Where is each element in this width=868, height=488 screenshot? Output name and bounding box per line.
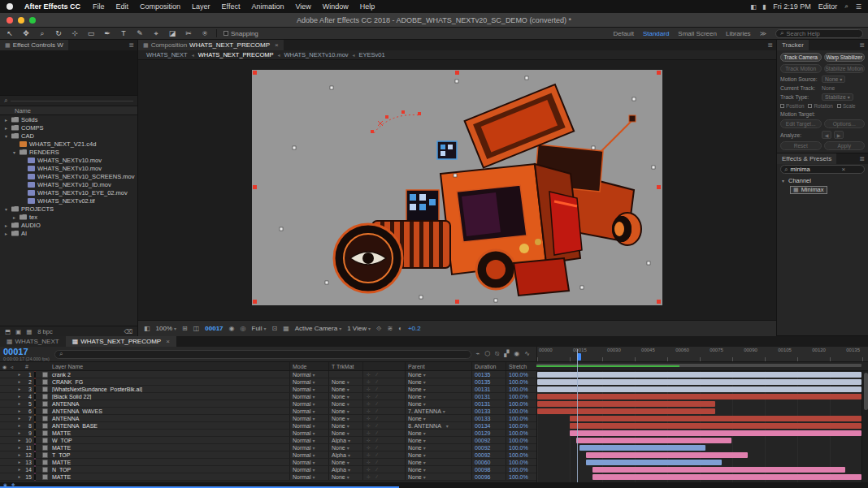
parent-column-label[interactable]: Parent bbox=[405, 362, 471, 370]
twirl-closed-icon[interactable]: ▸ bbox=[16, 379, 23, 384]
track-motion-button[interactable]: Track Motion bbox=[780, 64, 822, 73]
layer-duration-bar[interactable] bbox=[537, 408, 715, 414]
menu-item-view[interactable]: View bbox=[289, 2, 316, 11]
menu-item-help[interactable]: Help bbox=[354, 2, 381, 11]
trkmat-select[interactable]: Alpha▾ bbox=[328, 466, 362, 473]
menu-item-composition[interactable]: Composition bbox=[134, 2, 186, 11]
checkbox-position[interactable]: Position bbox=[780, 103, 804, 109]
track-camera-button[interactable]: Track Camera bbox=[780, 53, 822, 62]
project-item-solids[interactable]: ▸Solids bbox=[0, 115, 137, 123]
bit-depth-indicator[interactable]: 8 bpc bbox=[37, 328, 52, 335]
layer-switches[interactable]: ⊹ ∕ bbox=[362, 444, 405, 451]
parent-select[interactable]: None▾ bbox=[405, 430, 471, 436]
video-toggle[interactable] bbox=[0, 445, 8, 451]
layer-color-swatch[interactable] bbox=[34, 467, 42, 473]
parent-select[interactable]: None▾ bbox=[405, 378, 471, 385]
timeline-search-input[interactable] bbox=[65, 352, 466, 357]
layer-name[interactable]: crank 2 bbox=[50, 372, 289, 378]
video-toggle[interactable] bbox=[0, 408, 8, 414]
twirl-closed-icon[interactable]: ▸ bbox=[16, 401, 23, 406]
twirl-closed-icon[interactable]: ▸ bbox=[3, 222, 9, 228]
orbit-camera-tool[interactable]: ↻ bbox=[54, 29, 63, 38]
effects-item-minimax[interactable]: ▦ Minimax bbox=[780, 185, 865, 194]
mode-column-label[interactable]: Mode bbox=[289, 362, 328, 370]
work-area-bar[interactable] bbox=[536, 364, 861, 367]
region-of-interest-icon[interactable]: ⊡ bbox=[271, 325, 277, 332]
blend-mode-select[interactable]: Normal▾ bbox=[289, 408, 328, 414]
layer-duration-bar[interactable] bbox=[579, 445, 706, 451]
brush-tool[interactable]: ✎ bbox=[135, 29, 145, 38]
timeline-search-box[interactable]: ⌕ bbox=[54, 350, 471, 359]
tab-tracker[interactable]: Tracker bbox=[777, 40, 809, 50]
layer-color-swatch[interactable] bbox=[34, 379, 42, 385]
layer-row-10[interactable]: ▸10W_TOPNormal▾Alpha▾⊹ ∕None▾00092100.0% bbox=[0, 437, 536, 444]
parent-select[interactable]: None▾ bbox=[405, 444, 471, 451]
mask-visibility-icon[interactable]: ◫ bbox=[193, 325, 200, 332]
time-ruler[interactable]: 0000000015000300004500060000750009000105… bbox=[536, 347, 868, 361]
panel-menu-icon[interactable]: ≣ bbox=[856, 40, 868, 50]
layer-color-swatch[interactable] bbox=[34, 438, 42, 443]
effects-category-channel[interactable]: ▾ Channel bbox=[780, 176, 865, 185]
project-item-audio[interactable]: ▸AUDIO bbox=[0, 221, 137, 229]
twirl-closed-icon[interactable]: ▸ bbox=[16, 445, 23, 450]
trkmat-select[interactable] bbox=[328, 371, 362, 378]
new-composition-icon[interactable]: ▦ bbox=[26, 328, 32, 335]
minimize-window-button[interactable] bbox=[18, 17, 24, 24]
blend-mode-select[interactable]: Normal▾ bbox=[289, 371, 328, 378]
workspace-default[interactable]: Default bbox=[614, 30, 634, 37]
layer-name[interactable]: ANTENNA bbox=[50, 401, 289, 407]
layer-duration-bar[interactable] bbox=[537, 379, 861, 385]
twirl-closed-icon[interactable]: ▸ bbox=[3, 125, 9, 131]
twirl-closed-icon[interactable]: ▸ bbox=[16, 430, 23, 435]
layer-name[interactable]: N_TOP bbox=[50, 467, 289, 473]
trkmat-select[interactable]: None▾ bbox=[328, 378, 362, 385]
blend-mode-select[interactable]: Normal▾ bbox=[289, 466, 328, 473]
layer-name-column-label[interactable]: Layer Name bbox=[50, 364, 289, 369]
parent-select[interactable]: None▾ bbox=[405, 459, 471, 465]
layer-name[interactable]: ANTENNA bbox=[50, 416, 289, 421]
twirl-closed-icon[interactable]: ▸ bbox=[16, 387, 23, 391]
menubar-user[interactable]: Editor bbox=[818, 2, 838, 11]
twirl-open-icon[interactable]: ▾ bbox=[780, 178, 786, 184]
layer-row-12[interactable]: ▸12T_TOPNormal▾Alpha▾⊹ ∕None▾00092100.0% bbox=[0, 451, 536, 459]
blend-mode-select[interactable]: Normal▾ bbox=[289, 386, 328, 392]
breadcrumb-whats-next-precomp[interactable]: WHATS_NEXT_PRECOMP bbox=[198, 51, 274, 58]
video-toggle[interactable] bbox=[0, 452, 8, 458]
project-item-whats-nextv10-id-mov[interactable]: WHATS_NEXTv10_ID.mov bbox=[0, 180, 137, 188]
help-search-box[interactable]: ⌕ bbox=[775, 29, 863, 38]
video-toggle[interactable] bbox=[0, 379, 8, 385]
battery-icon[interactable]: ▮ bbox=[762, 3, 766, 11]
layer-color-swatch[interactable] bbox=[34, 416, 42, 421]
layer-name[interactable]: [Black Solid 22] bbox=[50, 394, 289, 399]
parent-select[interactable]: None▾ bbox=[405, 400, 471, 407]
video-toggle[interactable] bbox=[0, 401, 8, 407]
help-search-input[interactable] bbox=[786, 30, 851, 37]
layer-switches[interactable]: ⊹ ∕ bbox=[362, 473, 405, 480]
timeline-tab-whats-next[interactable]: ▦WHATS_NEXT bbox=[0, 336, 66, 347]
project-item-whats-nextv10-eye-02-mov[interactable]: WHATS_NEXTv10_EYE_02.mov bbox=[0, 188, 137, 196]
project-item-projects[interactable]: ▾PROJECTS bbox=[0, 205, 137, 213]
camera-select[interactable]: Active Camera▾ bbox=[295, 325, 341, 332]
twirl-closed-icon[interactable]: ▸ bbox=[11, 214, 17, 220]
composition-frame[interactable] bbox=[252, 70, 662, 305]
trkmat-select[interactable]: None▾ bbox=[328, 400, 362, 407]
workspace-small-screen[interactable]: Small Screen bbox=[678, 30, 717, 37]
resolution-select[interactable]: Full▾ bbox=[252, 325, 267, 332]
layer-name[interactable]: MATTE bbox=[50, 430, 289, 436]
video-toggle[interactable] bbox=[0, 372, 8, 378]
layer-name[interactable]: ANTENNA_BASE bbox=[50, 423, 289, 429]
trkmat-select[interactable]: None▾ bbox=[328, 459, 362, 465]
layer-switches[interactable]: ⊹ ∕ bbox=[362, 437, 405, 443]
hand-tool[interactable]: ✥ bbox=[21, 29, 31, 38]
twirl-open-icon[interactable]: ▾ bbox=[3, 133, 9, 139]
scrollbar-thumb[interactable] bbox=[864, 373, 868, 410]
layer-name[interactable]: W_TOP bbox=[50, 438, 289, 443]
project-item-whats-nextv10-screens-mov[interactable]: WHATS_NEXTv10_SCREENS.mov bbox=[0, 172, 137, 180]
puppet-pin-tool[interactable]: ⍟ bbox=[200, 29, 210, 38]
layer-duration-bar[interactable] bbox=[586, 452, 749, 458]
breadcrumb-eyesv01[interactable]: EYESv01 bbox=[359, 51, 385, 58]
parent-select[interactable]: 8. ANTENNA_▾ bbox=[405, 422, 471, 429]
parent-select[interactable]: None▾ bbox=[405, 451, 471, 458]
video-toggle[interactable] bbox=[0, 394, 8, 399]
layer-color-swatch[interactable] bbox=[34, 372, 42, 378]
